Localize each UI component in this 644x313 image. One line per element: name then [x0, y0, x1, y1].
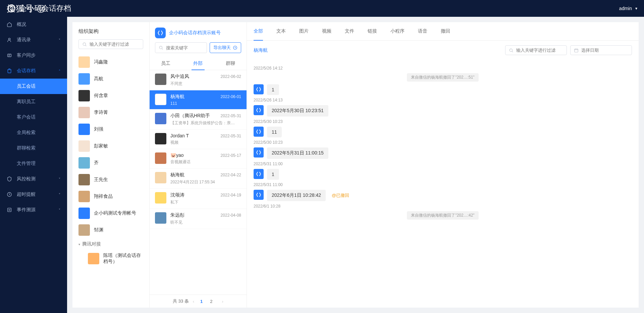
avatar [155, 133, 166, 144]
message-row: 2022年5月31日 11:00:15 [254, 147, 632, 159]
avatar [78, 157, 90, 169]
conv-preview: 视频 [170, 140, 241, 145]
app-title: 企小码会话存档 [7, 3, 71, 13]
nav-item[interactable]: 超时提醒˅ [0, 187, 67, 202]
avatar [155, 212, 166, 224]
conv-preview: 私下 [170, 199, 241, 205]
svg-rect-9 [575, 49, 578, 52]
conv-date: 2022-05-17 [221, 153, 241, 158]
org-member[interactable]: 刘强 [78, 121, 143, 138]
chat-tab[interactable]: 图片 [299, 22, 309, 40]
conversation-item[interactable]: Jordan T2022-05-31视频 [150, 130, 247, 149]
chat-tab[interactable]: 文件 [345, 22, 354, 40]
conv-preview: 听不见 [170, 220, 241, 225]
conv-search[interactable] [155, 42, 207, 53]
org-member[interactable]: 高航 [78, 71, 143, 87]
avatar [78, 208, 90, 219]
member-name: 刘强 [94, 126, 103, 132]
nav-item[interactable]: 会话存档˄ [0, 63, 67, 79]
svg-rect-4 [8, 208, 11, 212]
avatar [254, 147, 264, 158]
nav-subitem[interactable]: 离职员工 [17, 94, 67, 109]
nav-item[interactable]: 客户同步 [0, 48, 67, 63]
pager-next[interactable]: › [222, 299, 223, 304]
user-menu[interactable]: admin [619, 6, 637, 11]
org-member[interactable]: 陈瑶（测试会话存档号） [78, 250, 143, 267]
chat-panel: 全部文本图片视频文件链接小程序语音撤回 杨海航 [247, 22, 639, 308]
nav-item[interactable]: 风控检测˅ [0, 171, 67, 187]
chat-tab[interactable]: 链接 [368, 22, 377, 40]
org-member[interactable]: 邹渊 [78, 222, 143, 238]
org-member[interactable]: 齐 [78, 154, 143, 171]
org-member[interactable]: 企小码测试专用帐号 [78, 205, 143, 222]
member-name: 齐 [94, 160, 99, 166]
nav-item[interactable]: 通讯录˅ [0, 32, 67, 48]
conv-tab[interactable]: 员工 [150, 57, 182, 70]
org-member[interactable]: 彭家敏 [78, 138, 143, 154]
chat-tab[interactable]: 小程序 [390, 22, 405, 40]
nav-label: 客户同步 [17, 52, 36, 58]
conv-tab[interactable]: 外部 [182, 57, 214, 70]
chat-timestamp: 2022/5/31 11:00 [254, 182, 632, 187]
nav-subitem[interactable]: 群聊检索 [17, 140, 67, 156]
chevron-down-icon: ˅ [59, 208, 60, 212]
org-member[interactable]: 翔祥食品 [78, 188, 143, 205]
conversation-item[interactable]: 小田（腾讯HR助手2022-05-31【工资单】系统升级维护公告：亲… [150, 109, 247, 130]
chat-date-input[interactable] [581, 48, 628, 53]
org-member[interactable]: 何含章 [78, 87, 143, 104]
chat-tab[interactable]: 文本 [276, 22, 286, 40]
org-tree-node[interactable]: ▾腾讯对接 [78, 238, 143, 250]
avatar [254, 190, 264, 200]
conv-name: 沈颂涛 [170, 192, 184, 198]
org-member[interactable]: 李诗菁 [78, 104, 143, 121]
avatar [254, 105, 264, 115]
nav-subitem[interactable]: 客户会话 [17, 109, 67, 125]
chat-timestamp: 2022/5/31 11:00 [254, 162, 632, 166]
pager-page[interactable]: 2 [208, 298, 214, 305]
chat-tab[interactable]: 语音 [418, 22, 427, 40]
chat-tab[interactable]: 视频 [322, 22, 331, 40]
pager: 共 33 条 ‹ 12 › [150, 295, 247, 308]
chat-title: 杨海航 [254, 47, 268, 53]
chat-filter-input[interactable] [516, 48, 563, 53]
conv-preview: 2022年4月22日 17:55:34 [170, 179, 241, 185]
conversation-item[interactable]: 杨海航2022-04-222022年4月22日 17:55:34 [150, 169, 247, 189]
nav-item[interactable]: 概况 [0, 17, 67, 32]
chat-tab[interactable]: 撤回 [441, 22, 450, 40]
svg-point-5 [83, 43, 86, 45]
avatar [78, 56, 90, 68]
nav-item[interactable]: 事件溯源˅ [0, 202, 67, 218]
conversation-item[interactable]: 朱远彤2022-04-08听不见 [150, 209, 247, 229]
nav-subitem[interactable]: 文件管理 [17, 156, 67, 171]
conv-date: 2022-04-19 [221, 193, 241, 197]
nav-subitem[interactable]: 全局检索 [17, 125, 67, 140]
avatar [155, 192, 166, 204]
org-member[interactable]: 冯鑫隆 [78, 54, 143, 71]
conversation-item[interactable]: 风中追风2022-06-02不同意 [150, 70, 247, 90]
member-name: 高航 [94, 76, 103, 82]
chat-tab[interactable]: 全部 [254, 22, 263, 40]
org-panel: 组织架构 冯鑫隆高航何含章李诗菁刘强彭家敏齐王先生翔祥食品企小码测试专用帐号邹渊… [72, 22, 150, 308]
conversation-item[interactable]: 沈颂涛2022-04-19私下 [150, 189, 247, 209]
org-search[interactable] [78, 39, 143, 49]
conv-tab[interactable]: 群聊 [214, 57, 247, 70]
org-member[interactable]: 王先生 [78, 171, 143, 188]
nav-label: 会话存档 [17, 68, 36, 74]
svg-point-1 [8, 38, 10, 40]
conv-search-input[interactable] [166, 45, 203, 50]
nav-subitem[interactable]: 员工会话 [0, 79, 67, 94]
avatar [254, 127, 264, 137]
chat-date-picker[interactable] [570, 45, 632, 55]
member-name: 王先生 [94, 177, 108, 183]
search-icon [159, 45, 163, 50]
nav-label: 概况 [17, 21, 26, 28]
conversation-item[interactable]: 杨海航2022-06-01111 [150, 90, 247, 109]
home-icon [7, 22, 12, 27]
svg-point-8 [509, 49, 512, 51]
org-search-input[interactable] [90, 42, 140, 47]
export-button[interactable]: 导出聊天 [210, 42, 241, 53]
pager-page[interactable]: 1 [198, 298, 205, 305]
chat-filter-search[interactable] [505, 45, 567, 55]
conversation-item[interactable]: 🐷yao2022-05-17音视频通话 [150, 149, 247, 169]
pager-prev[interactable]: ‹ [193, 299, 194, 304]
